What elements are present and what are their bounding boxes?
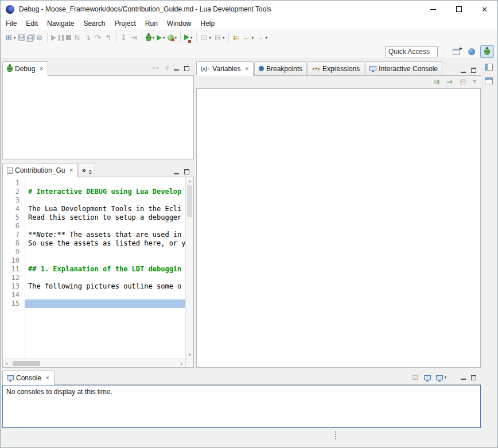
scroll-up-icon[interactable]: ▴	[188, 178, 190, 184]
suspend-button[interactable]	[57, 32, 65, 44]
editor-line: 12	[3, 274, 185, 282]
resume-button[interactable]	[50, 32, 57, 44]
tab-debug[interactable]: Debug ✕	[2, 61, 48, 76]
minimize-view-button[interactable]	[461, 378, 466, 380]
close-icon[interactable]: ✕	[69, 167, 73, 173]
status-bar-drag-handle[interactable]	[335, 430, 336, 441]
plain-text: The following pictures outline some o	[28, 282, 181, 290]
step-over-button[interactable]: ↷	[93, 32, 103, 44]
tab-interactive-console[interactable]: Interactive Console	[365, 61, 442, 75]
line-text	[25, 291, 185, 299]
menu-item[interactable]: Project	[110, 18, 140, 30]
line-number: 11	[3, 265, 25, 274]
scroll-down-icon[interactable]: ▾	[188, 352, 190, 357]
profile-button[interactable]: ▾	[166, 32, 178, 44]
tab-label: Debug	[15, 65, 35, 73]
maximize-view-button[interactable]	[184, 66, 189, 71]
back-button[interactable]: ←▾	[242, 32, 255, 44]
menu-item[interactable]: File	[1, 18, 21, 30]
open-console-page-button[interactable]: ⊡	[411, 373, 419, 382]
lua-perspective-icon	[468, 48, 475, 55]
close-icon[interactable]: ✕	[39, 66, 44, 72]
show-columns-button[interactable]: ⇒	[446, 77, 454, 87]
overflow-count: 5	[89, 169, 92, 175]
open-element-button[interactable]: ⊟▾	[212, 32, 226, 44]
overflow-icon: »	[82, 166, 86, 174]
external-tools-button[interactable]: ▾	[183, 32, 194, 44]
tab-expressions[interactable]: x+y Expressions	[308, 61, 364, 75]
menu-item[interactable]: Navigate	[42, 18, 79, 30]
step-return-button[interactable]: ↰	[103, 32, 114, 44]
scroll-right-icon[interactable]: ›	[180, 360, 182, 367]
close-button[interactable]: ✕	[472, 1, 497, 18]
minimize-view-button[interactable]	[174, 173, 179, 174]
maximize-view-button[interactable]	[471, 375, 476, 380]
editor-tab-overflow[interactable]: » 5	[79, 163, 95, 177]
disconnect-button[interactable]: N	[72, 32, 83, 44]
tab-contribution-guide[interactable]: Contribution_Gu ✕	[2, 163, 78, 177]
vertical-scroll-thumb[interactable]	[187, 185, 192, 217]
main-toolbar: ⊞▾ ⊘ N ↴ ↷ ↰ ↧ ⇥ ▾ ▾ ▾ ▾ ⊡▾ ⊟▾ ⇇ ←▾ →▾	[1, 30, 497, 45]
debug-button[interactable]: ▾	[145, 32, 156, 44]
collapse-all-button[interactable]: ⊟	[459, 77, 467, 87]
open-perspective-icon	[453, 49, 460, 55]
menu-item[interactable]: Window	[162, 18, 196, 30]
restore-view-button-2[interactable]	[485, 77, 493, 84]
open-console-dropdown-button[interactable]: ▾	[436, 375, 446, 380]
editor-toolbar	[174, 169, 194, 177]
tab-breakpoints[interactable]: Breakpoints	[254, 61, 307, 75]
view-menu-icon[interactable]: ▽	[473, 80, 476, 84]
new-wizard-button[interactable]: ⊡▾	[199, 32, 213, 44]
back-icon: ←	[243, 33, 251, 42]
debug-perspective-button[interactable]	[480, 45, 494, 58]
skip-breakpoints-button[interactable]: ⊘	[34, 32, 45, 44]
line-number: 2	[3, 188, 25, 196]
maximize-button[interactable]	[446, 1, 472, 18]
tab-label: Interactive Console	[379, 65, 438, 73]
open-console-icon	[436, 375, 443, 380]
scroll-left-icon[interactable]: ‹	[6, 360, 8, 367]
menu-item[interactable]: Search	[79, 18, 110, 30]
drop-to-frame-button[interactable]: ↧	[119, 32, 129, 44]
step-filters-button[interactable]: ⇥	[129, 32, 139, 44]
step-into-button[interactable]: ↴	[83, 32, 93, 44]
horizontal-scrollbar[interactable]: ‹ ›	[3, 359, 185, 367]
new-button[interactable]: ⊞▾	[3, 32, 17, 44]
last-edit-location-button[interactable]: ⇇	[231, 32, 242, 44]
display-console-button[interactable]	[424, 375, 431, 380]
tab-console[interactable]: Console ✕	[2, 371, 55, 385]
close-icon[interactable]: ✕	[244, 66, 249, 72]
minimize-button[interactable]	[420, 1, 446, 18]
maximize-view-button[interactable]	[184, 169, 189, 174]
editor-content[interactable]: 1 2 # Interactive DEBUG using Lua Develo…	[2, 177, 194, 368]
save-all-icon	[27, 36, 33, 42]
run-button[interactable]: ▾	[155, 32, 166, 44]
minimize-view-button[interactable]	[174, 69, 179, 71]
save-button[interactable]	[17, 32, 26, 44]
lua-perspective-button[interactable]	[465, 45, 478, 58]
horizontal-scroll-thumb[interactable]	[13, 361, 40, 366]
quick-access-input[interactable]: Quick Access	[385, 46, 438, 57]
suspend-icon	[59, 35, 64, 41]
line-text	[25, 196, 185, 205]
show-logical-structure-button[interactable]: ⇉	[433, 77, 441, 87]
close-icon[interactable]: ✕	[45, 375, 50, 381]
remove-terminated-button[interactable]: ✕✕	[151, 64, 159, 73]
menu-item[interactable]: Run	[141, 18, 162, 30]
open-perspective-button[interactable]	[449, 45, 463, 58]
terminate-button[interactable]	[65, 32, 72, 44]
maximize-view-button[interactable]	[471, 68, 476, 73]
vertical-scrollbar[interactable]: ▴ ▾	[185, 177, 193, 359]
console-content: No consoles to display at this time.	[2, 385, 481, 428]
minimize-view-button[interactable]	[461, 71, 466, 73]
menu-item[interactable]: Help	[196, 18, 220, 30]
line-number: 7	[3, 231, 25, 239]
restore-view-button-1[interactable]	[485, 64, 493, 71]
menu-item[interactable]: Edit	[21, 18, 42, 30]
view-menu-icon[interactable]: ▽	[166, 66, 169, 71]
save-all-button[interactable]	[26, 32, 34, 44]
forward-button[interactable]: →▾	[255, 32, 269, 44]
minimized-views-strip	[485, 64, 493, 84]
debug-view-content	[2, 76, 194, 159]
tab-variables[interactable]: (x)= Variables ✕	[196, 61, 254, 76]
